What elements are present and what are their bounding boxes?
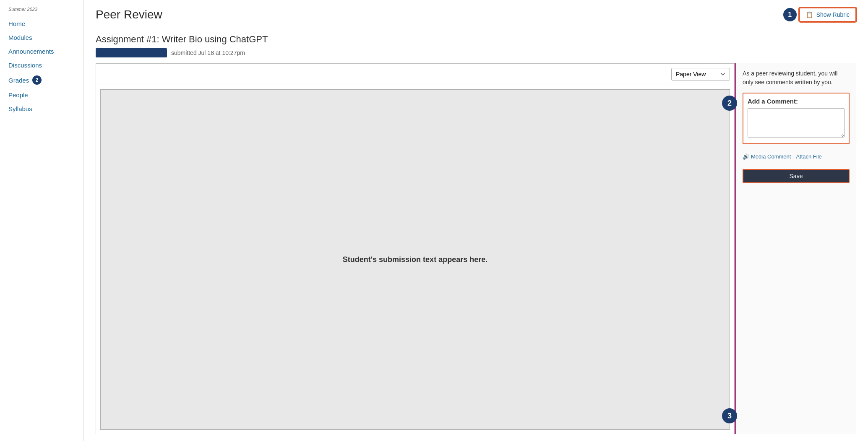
content-area: Paper ViewRaw View Student's submission … [84,62,868,441]
step1-badge: 1 [783,8,797,21]
show-rubric-button[interactable]: 📋 Show Rubric [799,8,856,22]
course-term: Summer 2023 [0,7,83,17]
comment-textarea[interactable] [748,108,845,137]
attach-file-link[interactable]: Attach File [796,153,821,160]
sidebar-item-people[interactable]: People [0,88,83,102]
sidebar-item-modules[interactable]: Modules [0,31,83,44]
step3-badge: 3 [722,408,737,423]
student-name-bar [96,48,167,57]
speaker-icon: 🔊 [743,153,749,160]
assignment-info: Assignment #1: Writer Bio using ChatGPT … [84,27,868,62]
sidebar: Summer 2023 Home Modules Announcements D… [0,0,84,441]
page-title: Peer Review [96,8,162,21]
sidebar-item-home[interactable]: Home [0,17,83,31]
main-content: Peer Review 1 📋 Show Rubric Assignment #… [84,0,868,441]
sidebar-item-discussions[interactable]: Discussions [0,58,83,72]
page-header: Peer Review 1 📋 Show Rubric [84,0,868,27]
sidebar-item-announcements[interactable]: Announcements [0,44,83,58]
add-comment-label: Add a Comment: [748,98,845,105]
paper-view-toolbar: Paper ViewRaw View [96,64,734,85]
right-panel: As a peer reviewing student, you will on… [735,63,856,434]
show-rubric-label: Show Rubric [816,11,850,18]
paper-view-select[interactable]: Paper ViewRaw View [671,68,730,80]
submission-placeholder-text: Student's submission text appears here. [343,255,487,264]
sidebar-item-grades[interactable]: Grades 2 [0,72,83,88]
peer-review-note: As a peer reviewing student, you will on… [743,69,850,87]
assignment-title: Assignment #1: Writer Bio using ChatGPT [96,34,856,45]
comment-actions: 🔊 Media Comment Attach File [743,153,850,160]
media-comment-label: Media Comment [751,153,791,160]
submission-line: submitted Jul 18 at 10:27pm [96,48,856,57]
sidebar-item-syllabus[interactable]: Syllabus [0,102,83,116]
save-button[interactable]: Save [743,169,850,183]
media-comment-link[interactable]: 🔊 Media Comment [743,153,791,160]
rubric-icon: 📋 [806,11,813,18]
attach-file-label: Attach File [796,153,821,160]
add-comment-section: Add a Comment: [743,93,850,144]
submission-area: Student's submission text appears here. … [100,89,730,430]
grades-badge: 2 [32,75,42,85]
left-panel: Paper ViewRaw View Student's submission … [96,63,735,434]
header-right: 1 📋 Show Rubric [783,8,856,22]
step2-badge: 2 [722,96,737,111]
submitted-text: submitted Jul 18 at 10:27pm [171,49,245,56]
